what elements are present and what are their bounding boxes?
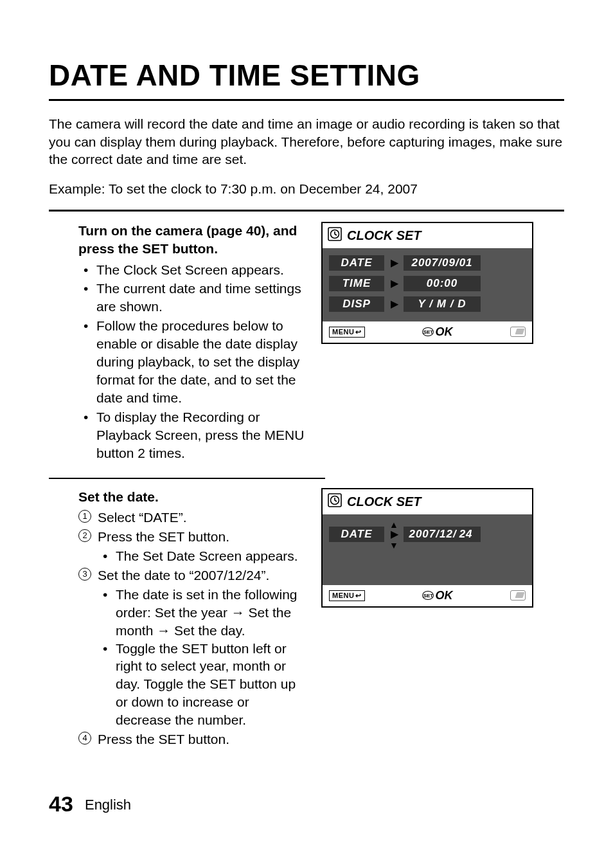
step2-title: Set the date.: [78, 488, 306, 506]
clock-icon: [328, 493, 342, 511]
step-divider: [49, 478, 325, 479]
triangle-right-icon: ▶: [391, 277, 398, 289]
lcd-time-label: TIME: [329, 276, 384, 291]
list-item: 4Press the SET button.: [78, 730, 306, 748]
lcd-disp-value: Y / M / D: [404, 296, 481, 312]
step1-bullets: The Clock Set Screen appears. The curren…: [78, 261, 306, 462]
language-label: English: [85, 797, 131, 813]
intro-paragraph-2: Example: To set the clock to 7:30 p.m. o…: [49, 180, 564, 198]
list-item: 2Press the SET button. The Set Date Scre…: [78, 528, 306, 565]
lcd-title-text: CLOCK SET: [347, 494, 422, 509]
lcd-date-label: DATE: [329, 255, 384, 271]
card-icon: [510, 590, 526, 601]
step2-list: 1Select “DATE”. 2Press the SET button. T…: [78, 509, 306, 748]
menu-back-icon: MENU↩: [329, 327, 365, 338]
lcd-disp-label: DISP: [329, 296, 384, 312]
lcd-screen-set-date: CLOCK SET DATE ▶ 2007/12/24 ▲ ▼ MENU↩ SE…: [321, 488, 533, 608]
lcd-title-text: CLOCK SET: [347, 228, 422, 243]
list-item: Toggle the SET button left or right to s…: [98, 640, 306, 730]
title-rule: [49, 99, 564, 101]
intro-paragraph-1: The camera will record the date and time…: [49, 115, 564, 168]
page-number: 43: [49, 791, 73, 816]
page-footer: 43 English: [49, 791, 131, 817]
list-item: To display the Recording or Playback Scr…: [78, 408, 306, 462]
list-item: The Set Date Screen appears.: [98, 547, 306, 565]
list-item: The current date and time settings are s…: [78, 280, 306, 316]
list-item: 1Select “DATE”.: [78, 509, 306, 527]
page-title: DATE AND TIME SETTING: [49, 58, 564, 93]
lcd-date-selected-day: 24: [457, 528, 475, 540]
list-item: The Clock Set Screen appears.: [78, 261, 306, 279]
lcd-date-value: 2007/12/24: [404, 527, 481, 542]
set-ok-label: SETOK: [422, 325, 452, 339]
triangle-right-icon: ▶: [391, 257, 398, 269]
card-icon: [510, 327, 526, 337]
menu-back-icon: MENU↩: [329, 590, 365, 601]
step1-title: Turn on the camera (page 40), and press …: [78, 222, 306, 258]
lcd-date-label: DATE: [329, 527, 384, 542]
set-ok-label: SETOK: [422, 589, 452, 602]
clock-icon: [328, 227, 342, 244]
list-item: The date is set in the following order: …: [98, 586, 306, 640]
triangle-right-icon: ▶: [391, 298, 398, 310]
list-item: Follow the procedures below to enable or…: [78, 317, 306, 407]
triangle-down-icon: ▼: [389, 540, 398, 550]
list-item: 3Set the date to “2007/12/24”. The date …: [78, 566, 306, 729]
triangle-right-icon: ▶: [391, 528, 398, 540]
section-rule: [49, 210, 564, 212]
lcd-screen-clock-set: CLOCK SET DATE ▶ 2007/09/01 TIME ▶ 00:00…: [321, 222, 533, 344]
lcd-date-value: 2007/09/01: [404, 255, 481, 271]
lcd-time-value: 00:00: [404, 276, 481, 291]
triangle-up-icon: ▲: [389, 520, 398, 530]
